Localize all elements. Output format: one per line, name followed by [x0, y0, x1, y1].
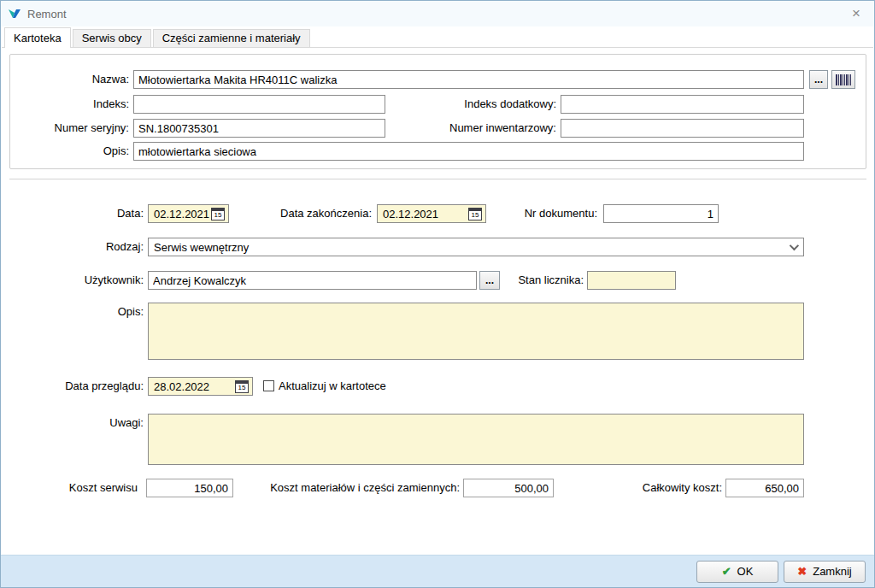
window-title: Remont [27, 8, 67, 21]
data-date-value: 02.12.2021 [154, 208, 211, 220]
tab-strip: Kartoteka Serwis obcy Części zamienne i … [2, 27, 873, 48]
calendar-icon[interactable]: 15 [211, 208, 225, 220]
tab-serwis-obcy[interactable]: Serwis obcy [73, 29, 151, 47]
x-icon: ✖ [797, 565, 807, 578]
ok-button-label: OK [737, 565, 754, 578]
indeks-input[interactable] [133, 95, 385, 114]
uzytkownik-input[interactable] [148, 271, 477, 290]
tab-label: Kartoteka [14, 32, 62, 44]
tab-kartoteka[interactable]: Kartoteka [4, 27, 71, 48]
nr-dokumentu-label: Nr dokumentu: [479, 204, 597, 223]
ok-button[interactable]: ✔ OK [696, 561, 778, 583]
opis-service-label: Opis: [20, 303, 144, 321]
calendar-icon[interactable]: 15 [235, 380, 249, 393]
data-przegladu-label: Data przeglądu: [20, 377, 144, 396]
rodzaj-label: Rodzaj: [20, 238, 144, 256]
close-icon[interactable]: × [838, 1, 874, 26]
barcode-icon [836, 74, 851, 85]
rodzaj-selected-value: Serwis wewnętrzny [154, 241, 249, 254]
data-label: Data: [20, 204, 144, 223]
check-icon: ✔ [722, 565, 731, 578]
numer-seryjny-label: Numer seryjny: [9, 119, 129, 138]
nazwa-label: Nazwa: [9, 70, 129, 89]
data-zakonczenia-date-field[interactable]: 02.12.2021 15 [377, 204, 486, 223]
uzytkownik-label: Użytkownik: [20, 271, 144, 290]
data-zakonczenia-value: 02.12.2021 [383, 208, 468, 220]
opis-service-textarea[interactable] [148, 303, 804, 360]
koszt-serwisu-label: Koszt serwisu [18, 479, 138, 497]
nazwa-browse-button[interactable]: ... [809, 70, 828, 89]
rodzaj-combobox[interactable]: Serwis wewnętrzny [148, 238, 804, 256]
tab-label: Części zamienne i materiały [162, 32, 301, 44]
remont-window: Remont × Kartoteka Serwis obcy Części za… [0, 0, 875, 588]
indeks-dodatkowy-input[interactable] [561, 95, 804, 114]
data-przegladu-value: 28.02.2022 [154, 380, 235, 393]
chevron-down-icon [790, 241, 799, 250]
indeks-dodatkowy-label: Indeks dodatkowy: [385, 95, 556, 114]
ellipsis-icon: ... [814, 73, 823, 86]
aktualizuj-checkbox-label[interactable]: Aktualizuj w kartotece [279, 377, 424, 396]
opis-header-label: Opis: [9, 142, 129, 161]
calkowity-koszt-label: Całkowity koszt: [590, 479, 722, 497]
aktualizuj-checkbox[interactable] [263, 380, 274, 391]
footer-bar: ✔ OK ✖ Zamknij [1, 555, 874, 587]
stan-licznika-label: Stan licznika: [488, 271, 584, 290]
calkowity-koszt-field[interactable] [725, 479, 804, 497]
app-logo-icon [8, 7, 21, 21]
numer-inwentarzowy-input[interactable] [561, 119, 804, 138]
data-zakonczenia-label: Data zakończenia: [249, 204, 372, 223]
data-date-field[interactable]: 02.12.2021 15 [148, 204, 229, 223]
nazwa-input[interactable] [133, 70, 804, 89]
koszt-serwisu-field[interactable] [146, 479, 233, 497]
stan-licznika-input[interactable] [587, 271, 676, 290]
koszt-materialow-label: Koszt materiałów i części zamiennych: [223, 479, 460, 497]
uwagi-textarea[interactable] [148, 414, 804, 465]
tab-label: Serwis obcy [82, 32, 142, 44]
tab-czesci-zamienne[interactable]: Części zamienne i materiały [153, 29, 310, 47]
indeks-label: Indeks: [9, 95, 129, 114]
nr-dokumentu-input[interactable] [603, 204, 719, 223]
zamknij-button-label: Zamknij [813, 565, 852, 578]
zamknij-button[interactable]: ✖ Zamknij [784, 561, 866, 583]
uwagi-label: Uwagi: [20, 414, 144, 432]
titlebar: Remont × [1, 1, 874, 26]
data-przegladu-date-field[interactable]: 28.02.2022 15 [148, 377, 253, 396]
section-divider [9, 179, 866, 179]
opis-header-input[interactable] [133, 142, 804, 161]
numer-seryjny-input[interactable] [133, 119, 385, 138]
barcode-button[interactable] [831, 70, 855, 89]
koszt-materialow-field[interactable] [463, 479, 554, 497]
numer-inwentarzowy-label: Numer inwentarzowy: [385, 119, 556, 138]
